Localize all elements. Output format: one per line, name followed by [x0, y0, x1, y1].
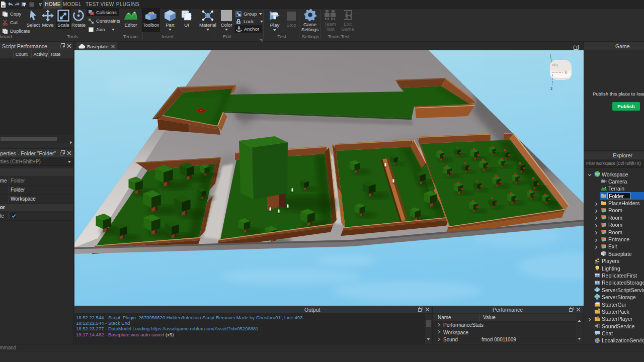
close-panel-icon[interactable]: [67, 43, 72, 48]
property-value-name[interactable]: Folder: [9, 186, 25, 194]
performance-row-workspace[interactable]: Workspace: [433, 329, 576, 337]
constraints-icon: [88, 18, 94, 24]
output-vscrollbar[interactable]: [425, 314, 432, 344]
explorer-item-room[interactable]: Room: [584, 214, 644, 221]
property-section-data[interactable]: Data: [0, 168, 73, 176]
close-panel-icon[interactable]: [67, 150, 72, 155]
explorer-item-chat[interactable]: Chat: [584, 330, 644, 337]
chevron-right-icon[interactable]: [594, 201, 598, 205]
cut-button[interactable]: Cut: [2, 19, 18, 26]
explorer-item-folder[interactable]: Folder: [584, 192, 644, 199]
property-value-classname[interactable]: Folder: [9, 176, 25, 185]
chevron-right-icon[interactable]: [588, 317, 592, 321]
chevron-right-icon[interactable]: [437, 330, 443, 335]
explorer-item-serverscriptservice[interactable]: ServerScriptService: [584, 286, 644, 293]
save-icon[interactable]: [0, 1, 7, 8]
anchor-toggle[interactable]: Anchor: [234, 25, 262, 33]
properties-filter-input[interactable]: Filter Properties (Ctrl+Shift+P): [0, 158, 73, 166]
chevron-right-icon[interactable]: [594, 244, 598, 248]
float-panel-icon[interactable]: [418, 307, 423, 312]
script-performance-hscrollbar[interactable]: [0, 136, 73, 142]
explorer-item-lighting[interactable]: Lighting: [584, 264, 644, 272]
chevron-right-icon[interactable]: [437, 337, 443, 342]
column-header-activity[interactable]: Activity: [31, 50, 49, 58]
explorer-item-replicatedstorage[interactable]: ReplicatedStorage: [584, 279, 644, 286]
command-bar-input[interactable]: Run a command: [0, 344, 644, 351]
lock-button[interactable]: Lock: [235, 18, 263, 25]
explorer-item-soundservice[interactable]: SoundService: [584, 322, 644, 329]
column-header-name[interactable]: Name: [433, 314, 479, 321]
explorer-item-room[interactable]: Room: [584, 207, 644, 214]
column-header-rate[interactable]: Rate: [48, 50, 73, 58]
redo-icon[interactable]: [14, 1, 21, 8]
play-quick-icon[interactable]: [21, 1, 28, 8]
document-tab-baseplate[interactable]: Baseplate: [76, 42, 117, 50]
explorer-item-localizationservice[interactable]: LocalizationService: [584, 337, 644, 344]
close-tab-icon[interactable]: [111, 45, 115, 48]
group-button[interactable]: Group: [235, 10, 262, 18]
close-panel-icon[interactable]: [576, 307, 581, 312]
explorer-item-room[interactable]: Room: [584, 221, 644, 228]
part-icon: [601, 250, 607, 256]
explorer-item-startergui[interactable]: StarterGui: [584, 301, 644, 308]
chevron-right-icon[interactable]: [594, 208, 598, 212]
explorer-item-baseplate[interactable]: Baseplate: [584, 250, 644, 257]
explorer-item-camera[interactable]: Camera: [584, 177, 644, 185]
viewport-3d[interactable]: Top X z: [74, 50, 584, 306]
explorer-item-room[interactable]: Room: [584, 228, 644, 235]
float-panel-icon[interactable]: [60, 43, 65, 48]
explorer-item-starterplayer[interactable]: StarterPlayer: [584, 315, 644, 322]
rename-edit-box[interactable]: Folder: [607, 193, 631, 199]
property-value-parent[interactable]: Workspace: [9, 195, 36, 203]
property-section-behavior[interactable]: Behavior: [0, 204, 73, 212]
menu-tab-plugins[interactable]: PLUGINS: [117, 0, 139, 9]
scroll-down-arrow-icon[interactable]: [427, 334, 430, 343]
ui-button[interactable]: UI: [175, 9, 198, 32]
explorer-item-entrance[interactable]: Entrance: [584, 236, 644, 243]
explorer-item-replicatedfirst[interactable]: ReplicatedFirst: [584, 272, 644, 279]
menu-tab-view[interactable]: VIEW: [100, 0, 115, 9]
constraints-button[interactable]: Constraints: [88, 17, 120, 25]
column-header-value[interactable]: Value: [479, 314, 496, 321]
explorer-item-workspace[interactable]: Workspace: [584, 170, 644, 177]
performance-vscrollbar[interactable]: [576, 314, 583, 344]
property-row-archivable: Archivable: [0, 212, 73, 221]
performance-row-sound[interactable]: Soundfmod 00011009: [433, 336, 576, 344]
chevron-right-icon[interactable]: [594, 215, 598, 219]
collisions-toggle[interactable]: Collisions: [87, 9, 119, 16]
chevron-right-icon[interactable]: [594, 230, 598, 234]
scroll-down-arrow-icon[interactable]: [578, 333, 581, 342]
scroll-right-arrow-icon[interactable]: [69, 137, 72, 146]
explorer-item-players[interactable]: Players: [584, 257, 644, 264]
publish-button[interactable]: Publish: [612, 102, 640, 111]
scrollbar-thumb[interactable]: [426, 320, 431, 327]
performance-row-performancestats[interactable]: PerformanceStats: [433, 322, 576, 329]
menu-tab-test[interactable]: TEST: [85, 0, 100, 9]
explorer-item-serverstorage[interactable]: ServerStorage: [584, 294, 644, 301]
column-header-count[interactable]: Count: [13, 50, 31, 58]
menu-tab-model[interactable]: MODEL: [62, 0, 82, 9]
insert-section-label: Insert: [157, 34, 178, 39]
chevron-down-icon[interactable]: [588, 172, 592, 176]
explorer-item-starterpack[interactable]: StarterPack: [584, 308, 644, 315]
close-panel-icon[interactable]: [425, 307, 430, 312]
bricks-icon: [594, 280, 600, 286]
chevron-right-icon[interactable]: [594, 237, 598, 241]
scrollbar-thumb[interactable]: [1, 137, 57, 141]
explorer-item-exit[interactable]: Exit: [584, 243, 644, 250]
float-panel-icon[interactable]: [60, 150, 65, 155]
menu-tab-home[interactable]: HOME: [43, 0, 62, 9]
undo-icon[interactable]: [7, 1, 14, 8]
explorer-item-placeholders[interactable]: PlaceHolders: [584, 200, 644, 207]
filter-dropdown-caret-icon[interactable]: [68, 161, 71, 163]
explorer-item-terrain[interactable]: Terrain: [584, 185, 644, 192]
explorer-filter-input[interactable]: Filter workspace (Ctrl+Shift+X): [584, 160, 644, 168]
chevron-right-icon[interactable]: [594, 223, 598, 227]
copy-button[interactable]: Copy: [2, 10, 21, 18]
float-panel-icon[interactable]: [569, 307, 574, 312]
chevron-right-icon[interactable]: [437, 323, 443, 328]
qat-customize-caret-icon[interactable]: [37, 1, 43, 8]
scroll-up-arrow-icon[interactable]: [578, 315, 581, 324]
checkbox-archivable[interactable]: [11, 213, 16, 218]
join-button[interactable]: Join: [88, 26, 115, 33]
